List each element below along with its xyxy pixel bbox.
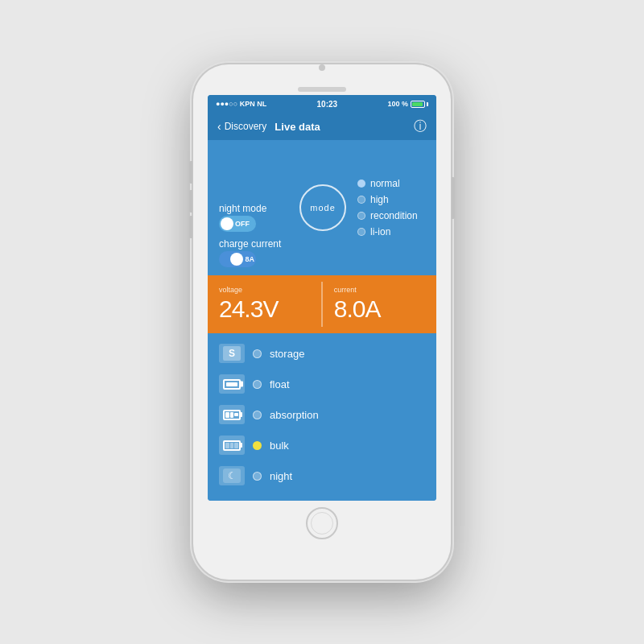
- home-button[interactable]: [306, 507, 338, 539]
- status-item-storage[interactable]: S storage: [219, 340, 425, 367]
- option-label-recondition: recondition: [370, 210, 418, 221]
- charge-current-toggle[interactable]: 8A: [219, 251, 256, 267]
- option-li-ion[interactable]: li-ion: [357, 226, 425, 237]
- night-icon: ☾: [219, 466, 245, 485]
- carrier-label: ●●●○○ KPN NL: [216, 100, 266, 108]
- back-button[interactable]: ‹ Discovery: [217, 120, 266, 133]
- night-mode-group: night mode OFF: [219, 203, 287, 232]
- bulk-icon: [219, 436, 245, 455]
- left-controls: night mode OFF charge current: [219, 148, 287, 267]
- battery-icon: [411, 101, 428, 108]
- status-item-night[interactable]: ☾ night: [219, 462, 425, 489]
- float-dot: [253, 380, 262, 389]
- metrics-section: voltage 24.3V current 8.0A: [208, 275, 436, 333]
- bulk-label: bulk: [270, 440, 289, 452]
- night-label: night: [270, 470, 292, 482]
- current-block: current 8.0A: [323, 275, 436, 333]
- nav-title: Live data: [275, 121, 320, 133]
- charge-current-group: charge current 8A: [219, 238, 287, 267]
- option-label-high: high: [370, 194, 389, 205]
- absorption-icon: [219, 405, 245, 424]
- speaker: [298, 87, 346, 92]
- option-label-li-ion: li-ion: [370, 226, 390, 237]
- battery-percent: 100 %: [387, 100, 408, 108]
- option-label-normal: normal: [370, 178, 400, 189]
- voltage-block: voltage 24.3V: [208, 275, 321, 333]
- status-section: S storage float: [208, 333, 436, 501]
- time-label: 10:23: [317, 100, 338, 109]
- storage-icon: S: [219, 344, 245, 363]
- night-mode-value: OFF: [235, 220, 250, 228]
- current-value: 8.0A: [334, 295, 425, 323]
- option-normal[interactable]: normal: [357, 178, 425, 189]
- info-button[interactable]: ⓘ: [414, 118, 427, 135]
- option-dot-high: [357, 196, 365, 204]
- home-button-inner: [311, 512, 333, 535]
- storage-label: storage: [270, 348, 304, 360]
- current-label: current: [334, 286, 425, 294]
- night-mode-toggle[interactable]: OFF: [219, 216, 256, 232]
- night-dot: [253, 472, 262, 481]
- absorption-dot: [253, 411, 262, 419]
- float-label: float: [270, 378, 290, 390]
- status-bar: ●●●○○ KPN NL 10:23 100 %: [208, 95, 436, 113]
- charge-current-value: 8A: [245, 255, 254, 263]
- voltage-label: voltage: [219, 286, 310, 294]
- top-section: night mode OFF charge current: [208, 140, 436, 275]
- mode-label: mode: [310, 203, 336, 213]
- bulk-dot: [253, 441, 262, 450]
- option-dot-recondition: [357, 212, 365, 220]
- mode-circle[interactable]: mode: [299, 184, 346, 231]
- phone-frame: ●●●○○ KPN NL 10:23 100 % ‹ Discovery Liv…: [193, 64, 451, 580]
- back-label: Discovery: [225, 121, 267, 132]
- option-dot-li-ion: [357, 228, 365, 236]
- option-recondition[interactable]: recondition: [357, 210, 425, 221]
- option-high[interactable]: high: [357, 194, 425, 205]
- camera: [319, 64, 325, 71]
- charge-current-label: charge current: [219, 238, 287, 250]
- mode-circle-area: mode: [295, 148, 351, 267]
- float-icon: [219, 374, 245, 394]
- night-mode-label: night mode: [219, 203, 287, 214]
- right-options: normal high recondition li-ion: [351, 148, 425, 267]
- absorption-label: absorption: [270, 409, 319, 421]
- voltage-value: 24.3V: [219, 295, 310, 323]
- storage-dot: [253, 349, 262, 358]
- status-item-bulk[interactable]: bulk: [219, 431, 425, 459]
- back-arrow-icon: ‹: [217, 120, 221, 133]
- option-dot-normal: [357, 180, 365, 188]
- status-right: 100 %: [387, 100, 428, 108]
- status-item-float[interactable]: float: [219, 370, 425, 398]
- status-item-absorption[interactable]: absorption: [219, 401, 425, 428]
- nav-bar: ‹ Discovery Live data ⓘ: [208, 113, 436, 140]
- screen: ●●●○○ KPN NL 10:23 100 % ‹ Discovery Liv…: [208, 95, 436, 501]
- main-content: night mode OFF charge current: [208, 140, 436, 501]
